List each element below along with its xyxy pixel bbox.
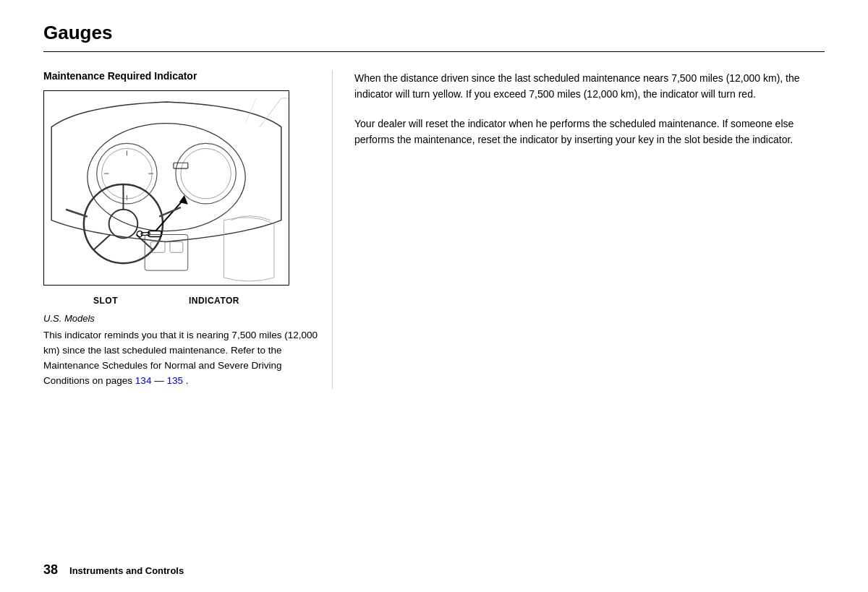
left-column: Maintenance Required Indicator [43,70,333,389]
slot-label: SLOT [93,296,118,306]
right-column: When the distance driven since the last … [333,70,825,389]
link-separator: — [151,375,166,386]
page-container: Gauges Maintenance Required Indicator [0,0,868,592]
page-title: Gauges [43,22,825,44]
content-layout: Maintenance Required Indicator [43,70,825,389]
footer-section-text: Instruments and Controls [69,565,184,576]
page-footer: 38 Instruments and Controls [43,562,825,578]
svg-rect-0 [44,91,288,285]
page-number: 38 [43,562,58,578]
title-divider [43,51,825,52]
diagram-svg [44,91,289,285]
us-models-label: U.S. Models [43,313,318,324]
right-description: When the distance driven since the last … [354,70,825,148]
left-description: This indicator reminds you that it is ne… [43,328,318,389]
dashboard-diagram [43,90,289,286]
link-page-134[interactable]: 134 [135,375,152,386]
indicator-label: INDICATOR [189,296,239,306]
diagram-labels: SLOT INDICATOR [43,291,289,310]
right-paragraph-1: When the distance driven since the last … [354,70,825,103]
section-title: Maintenance Required Indicator [43,70,318,82]
right-paragraph-2: Your dealer will reset the indicator whe… [354,116,825,148]
link-page-135[interactable]: 135 [166,375,183,386]
description-end: . [183,375,189,386]
